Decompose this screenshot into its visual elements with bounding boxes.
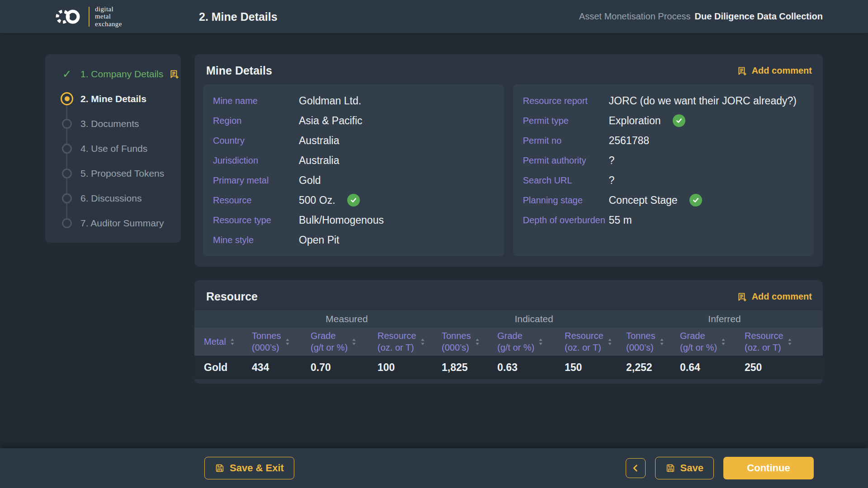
- field-row: Permit no 2561788: [523, 131, 806, 150]
- comment-add-icon: [736, 291, 747, 302]
- field-value: 2561788: [609, 135, 650, 147]
- field-label: Mine name: [213, 96, 299, 106]
- step-label: 4. Use of Funds: [80, 143, 147, 154]
- step-state-icon: [61, 193, 73, 203]
- column-label: Resource (oz. or T): [745, 330, 783, 353]
- table-cell: 434: [252, 361, 311, 374]
- stepper-sidebar: ✓ 1. Company Details 2. Mine Details 3. …: [45, 54, 181, 243]
- field-value: Goldman Ltd.: [299, 95, 361, 107]
- field-value: Gold: [299, 174, 321, 187]
- mine-details-right-box: Resource report JORC (do we want their J…: [513, 84, 814, 256]
- column-label: Tonnes (000’s): [252, 330, 281, 353]
- field-label: Resource report: [523, 96, 609, 106]
- table-column-header[interactable]: Tonnes (000’s): [252, 330, 311, 353]
- column-label-line2: (oz. or T): [377, 342, 416, 353]
- field-row: Mine style Open Pit: [213, 230, 496, 250]
- add-comment-label: Add comment: [752, 66, 812, 76]
- table-column-header[interactable]: Grade (g/t or %): [311, 330, 377, 353]
- field-value: Concept Stage: [609, 194, 678, 206]
- footer-actions: Save Continue: [626, 457, 814, 479]
- field-label: Region: [213, 116, 299, 126]
- add-comment-button[interactable]: Add comment: [736, 291, 812, 302]
- mine-details-panel: Mine Details Add comment Mine name Goldm…: [194, 54, 823, 267]
- column-label: Resource (oz. or T): [565, 330, 604, 353]
- back-button[interactable]: [626, 458, 646, 478]
- table-column-header[interactable]: Resource (oz. or T): [565, 330, 626, 353]
- column-label-line2: (000’s): [626, 342, 656, 353]
- step-state-icon: [61, 169, 73, 178]
- step-pending-icon: [62, 169, 72, 178]
- table-row: Gold4340.701001,8250.631502,2520.64250: [194, 356, 823, 379]
- table-group-row: MeasuredIndicatedInferred: [194, 310, 823, 328]
- save-exit-label: Save & Exit: [230, 462, 284, 474]
- mine-details-fields: Mine name Goldman Ltd. Region Asia & Pac…: [194, 84, 823, 267]
- field-label: Permit type: [523, 116, 609, 126]
- field-row: Permit authority ?: [523, 150, 806, 170]
- add-comment-button[interactable]: Add comment: [736, 66, 812, 76]
- sort-icon: [230, 338, 235, 345]
- continue-button[interactable]: Continue: [723, 457, 814, 479]
- save-button[interactable]: Save: [655, 457, 714, 479]
- field-label: Depth of overburden: [523, 215, 609, 225]
- logo-word-2: metal: [95, 13, 122, 20]
- stepper-item[interactable]: ✓ 1. Company Details: [45, 61, 181, 86]
- save-exit-button[interactable]: Save & Exit: [204, 457, 294, 479]
- step-state-icon: ✓: [61, 69, 73, 80]
- stepper-item[interactable]: 7. Auditor Summary: [45, 211, 181, 235]
- column-label-line1: Grade: [680, 330, 717, 342]
- field-label: Country: [213, 136, 299, 146]
- field-value: Australia: [299, 155, 339, 167]
- comment-add-icon[interactable]: [169, 69, 179, 80]
- table-group-header: Indicated: [442, 314, 626, 324]
- column-label: Grade (g/t or %): [311, 330, 348, 353]
- table-cell: 1,825: [442, 361, 497, 374]
- column-label: Resource (oz. or T): [377, 330, 416, 353]
- table-column-header[interactable]: Metal: [204, 336, 252, 347]
- column-label: Tonnes (000’s): [442, 330, 471, 353]
- field-value: Bulk/Homogenous: [299, 214, 384, 226]
- field-row: Depth of overburden 55 m: [523, 210, 806, 230]
- step-pending-icon: [62, 218, 72, 228]
- verified-check-icon: [347, 194, 360, 206]
- field-row: Resource 500 Oz.: [213, 190, 496, 210]
- field-row: Search URL ?: [523, 170, 806, 190]
- stepper-item[interactable]: 2. Mine Details: [45, 86, 181, 111]
- step-check-icon: ✓: [62, 69, 71, 80]
- table-column-header[interactable]: Resource (oz. or T): [377, 330, 442, 353]
- step-state-icon: [61, 119, 73, 129]
- field-label: Resource type: [213, 215, 299, 225]
- logo-wordmark: digital metal exchange: [95, 5, 122, 28]
- stepper-item[interactable]: 5. Proposed Tokens: [45, 161, 181, 186]
- logo-word-3: exchange: [95, 20, 122, 28]
- field-value: Asia & Pacific: [299, 115, 363, 127]
- stepper-item[interactable]: 3. Documents: [45, 111, 181, 136]
- step-label: 6. Discussions: [80, 193, 142, 204]
- table-cell: Gold: [204, 361, 252, 374]
- breadcrumb-process: Asset Monetisation Process: [579, 11, 691, 22]
- table-column-header[interactable]: Tonnes (000’s): [626, 330, 680, 353]
- table-body: Gold4340.701001,8250.631502,2520.64250: [194, 356, 823, 379]
- step-label: 3. Documents: [80, 118, 139, 129]
- column-label-line2: (g/t or %): [680, 342, 717, 353]
- field-value: ?: [609, 155, 615, 167]
- stepper-list: ✓ 1. Company Details 2. Mine Details 3. …: [45, 61, 181, 235]
- column-label-line1: Tonnes: [252, 330, 281, 342]
- table-column-header[interactable]: Grade (g/t or %): [680, 330, 745, 353]
- table-cell: 100: [377, 361, 442, 374]
- save-label: Save: [680, 462, 703, 474]
- step-pending-icon: [62, 144, 72, 154]
- stepper-item[interactable]: 4. Use of Funds: [45, 136, 181, 161]
- field-row: Primary metal Gold: [213, 170, 496, 190]
- verified-check-icon: [689, 194, 702, 206]
- field-value: JORC (do we want their JORC already?): [609, 95, 797, 107]
- chevron-left-icon: [631, 463, 641, 473]
- table-column-header[interactable]: Grade (g/t or %): [497, 330, 565, 353]
- stepper-item[interactable]: 6. Discussions: [45, 186, 181, 211]
- field-row: Region Asia & Pacific: [213, 111, 496, 131]
- table-column-header[interactable]: Tonnes (000’s): [442, 330, 497, 353]
- logo-mark-icon: [54, 8, 82, 26]
- table-column-header[interactable]: Resource (oz. or T): [745, 330, 823, 353]
- field-label: Resource: [213, 195, 299, 206]
- page-title: 2. Mine Details: [199, 10, 278, 23]
- step-label: 1. Company Details: [80, 69, 163, 80]
